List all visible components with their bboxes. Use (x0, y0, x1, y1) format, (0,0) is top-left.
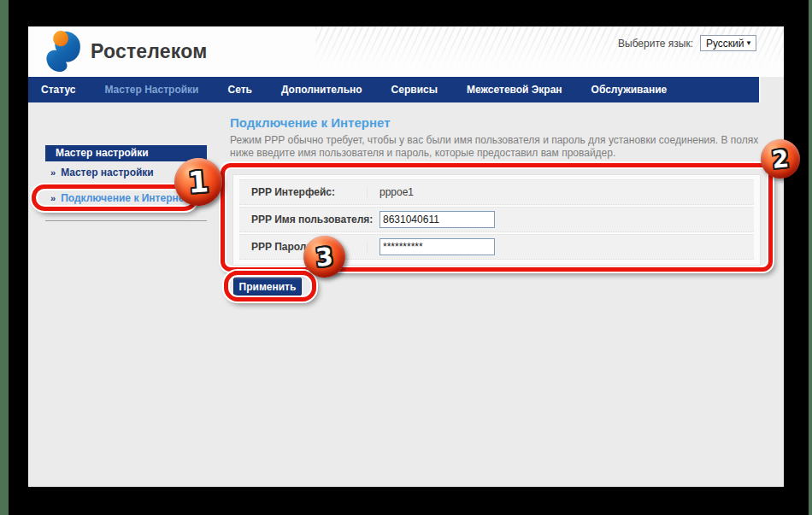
sidebar-item-label: Подключение к Интернет (61, 192, 189, 204)
rostelecom-logo: Ростелеком (43, 28, 207, 74)
nav-item-maintenance[interactable]: Обслуживание (591, 84, 668, 96)
page-description: Режим PPP обычно требует, чтобы у вас бы… (230, 134, 774, 160)
form-row-ppp-password: PPP Пароль: (239, 234, 754, 260)
language-label: Выберите язык: (618, 38, 693, 50)
ppp-interface-value: pppoe1 (368, 186, 414, 198)
nav-item-status[interactable]: Статус (41, 84, 75, 96)
ppp-password-input[interactable] (380, 238, 495, 255)
sidebar-item-label: Мастер настройки (61, 167, 154, 178)
page-header: Ростелеком Выберите язык: Русский ▼ (28, 26, 784, 77)
nav-item-wizard[interactable]: Мастер Настройки (104, 84, 198, 96)
rostelecom-logo-text: Ростелеком (91, 40, 207, 63)
language-selector-row: Выберите язык: Русский ▼ (618, 35, 756, 51)
ppp-password-label: PPP Пароль: (239, 241, 368, 253)
header-streaks-fade (315, 26, 784, 77)
ppp-username-label: PPP Имя пользователя: (239, 214, 368, 225)
form-row-ppp-interface: PPP Интерфейс: pppoe1 (239, 179, 754, 205)
sidebar-item-internet-connection[interactable]: »Подключение к Интернет (50, 192, 189, 204)
language-dropdown[interactable]: Русский ▼ (700, 35, 756, 51)
nav-item-advanced[interactable]: Дополнительно (281, 84, 362, 96)
sidebar-bullet-icon: » (50, 193, 56, 203)
nav-item-services[interactable]: Сервисы (391, 84, 438, 96)
router-admin-page: Ростелеком Выберите язык: Русский ▼ Стат… (28, 26, 784, 487)
ppp-settings-form: PPP Интерфейс: pppoe1 PPP Имя пользовате… (232, 174, 761, 266)
form-row-ppp-username: PPP Имя пользователя: (239, 207, 754, 232)
nav-item-network[interactable]: Сеть (227, 84, 251, 96)
sidebar-bullet-icon: » (50, 167, 56, 178)
dropdown-caret-icon: ▼ (745, 39, 752, 47)
ppp-username-input[interactable] (380, 211, 495, 228)
rostelecom-logo-icon (43, 28, 85, 74)
screen-edge-right (809, 0, 812, 515)
sidebar-item-wizard[interactable]: »Мастер настройки (50, 167, 154, 178)
main-navbar: Статус Мастер Настройки Сеть Дополнитель… (28, 77, 761, 102)
language-selected-value: Русский (706, 38, 744, 50)
apply-button[interactable]: Применить (233, 278, 302, 296)
page-title: Подключение к Интернет (230, 115, 391, 130)
nav-item-firewall[interactable]: Межсетевой Экран (467, 84, 562, 96)
sidebar-section-header: Мастер настройки (45, 145, 207, 161)
sidebar-divider (45, 220, 207, 221)
ppp-interface-label: PPP Интерфейс: (239, 186, 368, 198)
screen-edge-left (0, 0, 9, 515)
